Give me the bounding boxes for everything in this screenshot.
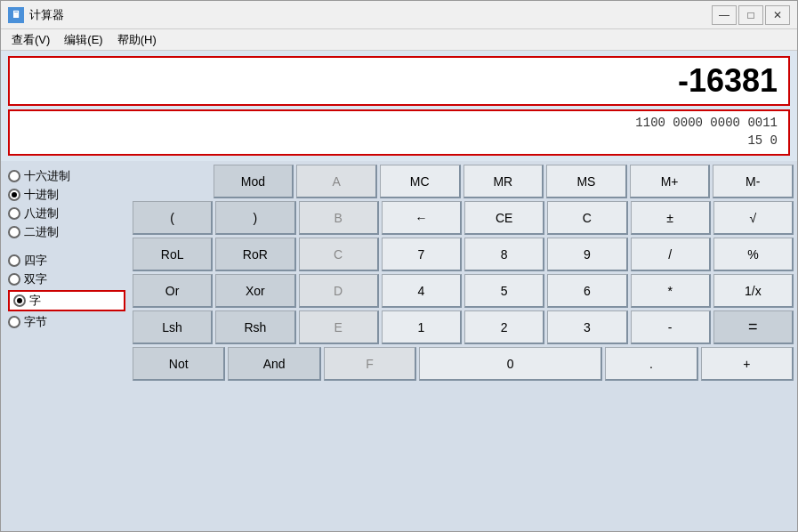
btn-7[interactable]: 7 xyxy=(382,238,462,271)
radio-octal-label: 八进制 xyxy=(24,206,59,222)
radio-octal[interactable]: 八进制 xyxy=(8,206,125,222)
btn-b[interactable]: B xyxy=(299,201,379,235)
btn-9[interactable]: 9 xyxy=(547,238,627,271)
radio-binary-circle xyxy=(8,226,20,238)
btn-reciprocal[interactable]: 1/x xyxy=(713,274,794,308)
btn-3[interactable]: 3 xyxy=(547,310,627,344)
btn-lsh[interactable]: Lsh xyxy=(133,310,213,344)
btn-e[interactable]: E xyxy=(299,310,379,344)
radio-binary-label: 二进制 xyxy=(24,224,59,240)
btn-plusminus[interactable]: ± xyxy=(631,201,711,235)
radio-hex[interactable]: 十六进制 xyxy=(8,168,125,184)
menu-edit[interactable]: 编辑(E) xyxy=(57,30,109,50)
spacer-1 xyxy=(133,165,211,198)
radio-byte-circle xyxy=(8,316,20,328)
btn-row-4: Or Xor D 4 5 6 * 1/x xyxy=(133,274,794,308)
window-controls: — □ ✕ xyxy=(712,5,790,25)
btn-divide[interactable]: / xyxy=(631,238,711,271)
window-title: 计算器 xyxy=(29,7,712,23)
btn-equals-tall[interactable]: = xyxy=(713,310,794,344)
right-panel: Mod A MC MR MS M+ M- ( ) B ← CE C ± √ xyxy=(133,165,794,528)
radio-qword-label: 四字 xyxy=(24,253,47,269)
radio-binary[interactable]: 二进制 xyxy=(8,224,125,240)
btn-minus[interactable]: - xyxy=(631,310,711,344)
menu-help[interactable]: 帮助(H) xyxy=(110,30,164,50)
btn-multiply[interactable]: * xyxy=(631,274,711,308)
btn-c-hex[interactable]: C xyxy=(299,238,379,271)
btn-5[interactable]: 5 xyxy=(464,274,544,308)
btn-plus[interactable]: + xyxy=(701,347,794,381)
btn-6[interactable]: 6 xyxy=(547,274,627,308)
btn-row-5: Lsh Rsh E 1 2 3 - = xyxy=(133,310,794,344)
btn-1[interactable]: 1 xyxy=(382,310,462,344)
btn-4[interactable]: 4 xyxy=(382,274,462,308)
btn-8[interactable]: 8 xyxy=(464,238,544,271)
radio-hex-circle xyxy=(8,170,20,182)
btn-mminus[interactable]: M- xyxy=(713,165,794,198)
btn-open-paren[interactable]: ( xyxy=(133,201,213,235)
menu-bar: 查看(V) 编辑(E) 帮助(H) xyxy=(1,29,797,51)
radio-dword[interactable]: 双字 xyxy=(8,271,125,287)
btn-sqrt[interactable]: √ xyxy=(713,201,794,235)
left-panel: 十六进制 十进制 八进制 二进制 四字 xyxy=(4,165,129,528)
maximize-button[interactable]: □ xyxy=(738,5,763,25)
radio-word-label: 字 xyxy=(29,293,41,309)
radio-decimal-circle xyxy=(8,189,20,201)
radio-decimal-label: 十进制 xyxy=(24,187,59,203)
btn-row-1: Mod A MC MR MS M+ M- xyxy=(133,165,794,198)
title-bar: 🖩 计算器 — □ ✕ xyxy=(1,1,797,29)
btn-a[interactable]: A xyxy=(296,165,377,198)
btn-rol[interactable]: RoL xyxy=(133,238,213,271)
main-display-value: -16381 xyxy=(678,62,778,100)
btn-not[interactable]: Not xyxy=(133,347,225,381)
btn-mplus[interactable]: M+ xyxy=(630,165,711,198)
close-button[interactable]: ✕ xyxy=(765,5,790,25)
btn-or[interactable]: Or xyxy=(133,274,213,308)
word-size-group: 四字 双字 字 字节 xyxy=(8,253,125,330)
radio-dword-circle xyxy=(8,273,20,286)
btn-xor[interactable]: Xor xyxy=(215,274,295,308)
radio-decimal[interactable]: 十进制 xyxy=(8,187,125,203)
btn-mc[interactable]: MC xyxy=(380,165,461,198)
binary-line1: 1100 0000 0000 0011 xyxy=(635,115,778,133)
binary-display-content: 1100 0000 0000 0011 15 0 xyxy=(635,115,778,149)
radio-octal-circle xyxy=(8,207,20,220)
radio-word[interactable]: 字 xyxy=(8,290,125,311)
btn-backspace[interactable]: ← xyxy=(382,201,462,235)
calculator-window: 🖩 计算器 — □ ✕ 查看(V) 编辑(E) 帮助(H) -16381 110… xyxy=(0,0,798,532)
btn-ce[interactable]: CE xyxy=(464,201,544,235)
btn-mod[interactable]: Mod xyxy=(214,165,294,198)
btn-row-2: ( ) B ← CE C ± √ xyxy=(133,201,794,235)
btn-mr[interactable]: MR xyxy=(463,165,544,198)
binary-display: 1100 0000 0000 0011 15 0 xyxy=(8,109,790,156)
radio-word-circle xyxy=(13,294,26,307)
btn-row-3: RoL RoR C 7 8 9 / % xyxy=(133,238,794,271)
binary-line2: 15 0 xyxy=(635,133,778,150)
radio-dword-label: 双字 xyxy=(24,271,47,287)
btn-d[interactable]: D xyxy=(299,274,379,308)
number-base-group: 十六进制 十进制 八进制 二进制 xyxy=(8,168,125,240)
btn-close-paren[interactable]: ) xyxy=(215,201,295,235)
btn-ror[interactable]: RoR xyxy=(215,238,295,271)
btn-f[interactable]: F xyxy=(324,347,416,381)
btn-0[interactable]: 0 xyxy=(419,347,602,381)
btn-row-6: Not And F 0 . + xyxy=(133,347,794,381)
radio-qword-circle xyxy=(8,254,20,267)
minimize-button[interactable]: — xyxy=(712,5,737,25)
radio-hex-label: 十六进制 xyxy=(24,168,70,184)
btn-c[interactable]: C xyxy=(547,201,627,235)
menu-view[interactable]: 查看(V) xyxy=(4,30,57,50)
btn-and[interactable]: And xyxy=(228,347,320,381)
btn-percent[interactable]: % xyxy=(713,238,794,271)
display-area: -16381 1100 0000 0000 0011 15 0 xyxy=(1,51,797,161)
app-icon: 🖩 xyxy=(8,7,24,23)
main-display: -16381 xyxy=(8,56,790,106)
btn-dot[interactable]: . xyxy=(605,347,697,381)
btn-ms[interactable]: MS xyxy=(546,165,627,198)
radio-qword[interactable]: 四字 xyxy=(8,253,125,269)
calc-body: 十六进制 十进制 八进制 二进制 四字 xyxy=(1,161,797,531)
radio-byte-label: 字节 xyxy=(24,314,47,330)
btn-rsh[interactable]: Rsh xyxy=(215,310,295,344)
radio-byte[interactable]: 字节 xyxy=(8,314,125,330)
btn-2[interactable]: 2 xyxy=(464,310,544,344)
